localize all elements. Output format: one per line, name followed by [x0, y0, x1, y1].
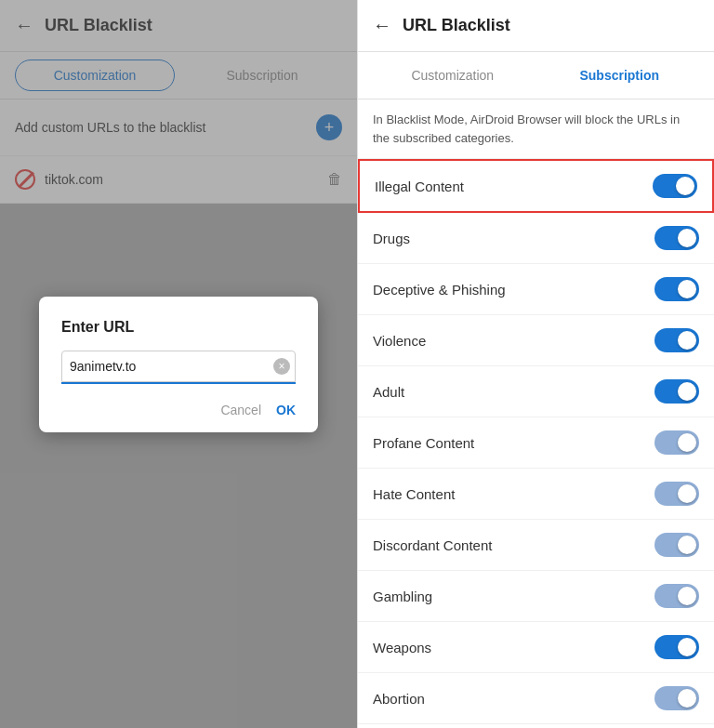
dialog-input-wrapper: × [61, 351, 296, 384]
dialog-actions: Cancel OK [61, 403, 296, 417]
category-row-illegal_content: Illegal Content [358, 159, 714, 213]
category-label-gambling: Gambling [373, 589, 432, 604]
enter-url-dialog: Enter URL × Cancel OK [39, 297, 318, 432]
category-row-drugs: Drugs [358, 213, 714, 264]
category-row-profane_content: Profane Content [358, 417, 714, 469]
subscription-description: In Blacklist Mode, AirDroid Browser will… [358, 99, 714, 159]
right-panel-title: URL Blacklist [403, 16, 510, 35]
dialog-overlay: Enter URL × Cancel OK [0, 0, 357, 728]
left-panel: ← URL Blacklist Customization Subscripti… [0, 0, 357, 728]
toggle-adult[interactable] [654, 379, 699, 404]
category-label-abortion: Abortion [373, 691, 425, 707]
category-row-abortion: Abortion [358, 673, 714, 724]
tab-customization-right[interactable]: Customization [373, 60, 533, 91]
category-row-deceptive_phishing: Deceptive & Phishing [358, 264, 714, 315]
toggle-gambling[interactable] [654, 584, 699, 608]
toggle-profane_content[interactable] [654, 430, 699, 455]
category-label-deceptive_phishing: Deceptive & Phishing [373, 282, 506, 298]
toggle-drugs[interactable] [654, 226, 699, 250]
toggle-abortion[interactable] [654, 686, 699, 710]
category-row-substance_abuse: Substance Abuse [358, 724, 714, 728]
ok-button[interactable]: OK [276, 403, 296, 417]
toggle-hate_content[interactable] [654, 482, 699, 506]
category-label-discordant_content: Discordant Content [373, 537, 492, 553]
category-label-adult: Adult [373, 384, 404, 400]
toggle-weapons[interactable] [654, 635, 699, 659]
url-input[interactable] [61, 351, 296, 382]
cancel-button[interactable]: Cancel [220, 403, 261, 417]
category-label-weapons: Weapons [373, 640, 431, 655]
right-tabs: Customization Subscription [358, 52, 714, 99]
category-row-discordant_content: Discordant Content [358, 520, 714, 571]
toggle-deceptive_phishing[interactable] [654, 277, 699, 301]
clear-input-button[interactable]: × [273, 358, 290, 375]
toggle-illegal_content[interactable] [653, 174, 697, 198]
category-label-profane_content: Profane Content [373, 435, 474, 451]
category-label-hate_content: Hate Content [373, 486, 455, 502]
category-label-illegal_content: Illegal Content [375, 179, 464, 194]
right-header: ← URL Blacklist [358, 0, 714, 52]
category-row-violence: Violence [358, 315, 714, 366]
categories-list: Illegal ContentDrugsDeceptive & Phishing… [358, 159, 714, 728]
category-row-hate_content: Hate Content [358, 469, 714, 520]
toggle-discordant_content[interactable] [654, 533, 699, 557]
category-row-weapons: Weapons [358, 622, 714, 673]
category-label-drugs: Drugs [373, 231, 410, 246]
dialog-title: Enter URL [61, 319, 296, 336]
category-row-gambling: Gambling [358, 571, 714, 622]
right-back-icon[interactable]: ← [373, 15, 391, 36]
toggle-violence[interactable] [654, 328, 699, 352]
category-label-violence: Violence [373, 333, 426, 349]
category-row-adult: Adult [358, 366, 714, 417]
right-panel: ← URL Blacklist Customization Subscripti… [357, 0, 714, 728]
tab-subscription-right[interactable]: Subscription [540, 60, 700, 91]
